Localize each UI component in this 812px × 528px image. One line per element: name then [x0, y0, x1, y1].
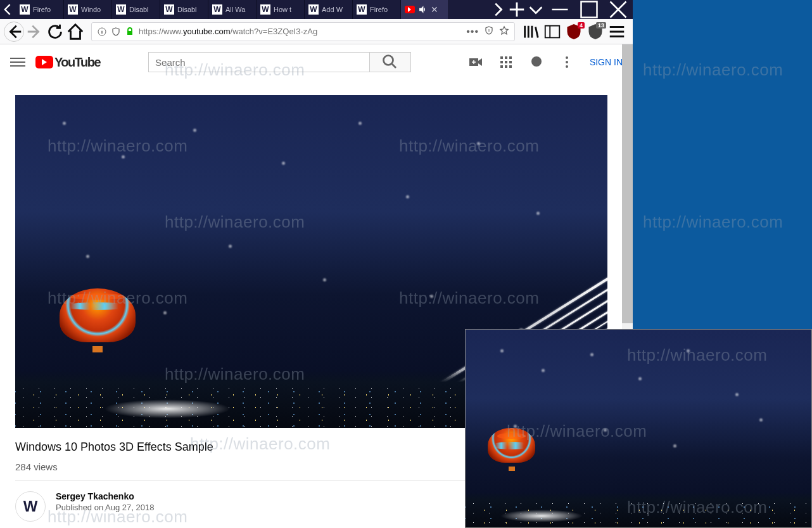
reader-icon[interactable]: [484, 25, 494, 38]
favicon-winaero: W: [116, 4, 126, 15]
tab-label: Firefo: [370, 6, 388, 13]
page-actions-icon[interactable]: •••: [466, 26, 479, 37]
badge: 13: [596, 22, 606, 29]
badge: 4: [578, 22, 585, 29]
svg-rect-3: [545, 25, 560, 37]
tab-label: Windo: [81, 6, 101, 13]
tracking-icon[interactable]: [111, 27, 121, 37]
app-menu-icon[interactable]: [607, 22, 626, 41]
favicon-winaero: W: [20, 4, 30, 15]
publish-date: Published on Aug 27, 2018: [56, 503, 154, 512]
svg-rect-10: [505, 61, 507, 63]
pip-cityscape: [466, 493, 811, 527]
tab-label: Firefo: [33, 6, 51, 13]
tab-6[interactable]: WHow t: [257, 0, 305, 19]
favicon-winaero: W: [212, 4, 222, 15]
nav-back[interactable]: [4, 22, 24, 42]
window-maximize[interactable]: [574, 0, 604, 19]
tab-2[interactable]: WWindo: [64, 0, 112, 19]
watermark: http://winaero.com: [643, 60, 783, 80]
search-input[interactable]: [148, 52, 370, 72]
channel-name[interactable]: Sergey Tkachenko: [56, 491, 154, 501]
tab-scroll-left[interactable]: [0, 0, 16, 19]
svg-rect-0: [581, 2, 597, 18]
tab-label: Disabl: [177, 6, 197, 13]
new-tab-button[interactable]: [507, 0, 526, 19]
channel-avatar[interactable]: W: [15, 491, 46, 522]
tab-8[interactable]: WFirefo: [353, 0, 401, 19]
tab-label: All Wa: [225, 6, 245, 13]
svg-rect-7: [505, 56, 507, 59]
svg-point-18: [566, 65, 568, 68]
nav-home[interactable]: [66, 22, 85, 41]
scrollbar-thumb[interactable]: [622, 44, 633, 323]
url-text: https://www.youtube.com/watch?v=E3ZQeI3-…: [139, 27, 462, 36]
sign-in-button[interactable]: SIGN IN: [590, 57, 623, 67]
search-button[interactable]: [370, 52, 411, 72]
messages-icon[interactable]: [529, 55, 544, 70]
pip-balloon: [488, 428, 535, 472]
tab-4[interactable]: WDisabl: [160, 0, 208, 19]
svg-rect-9: [500, 61, 503, 63]
svg-point-15: [531, 56, 542, 67]
youtube-menu-icon[interactable]: [10, 55, 25, 70]
tab-5[interactable]: WAll Wa: [208, 0, 257, 19]
svg-rect-6: [500, 56, 503, 59]
svg-rect-14: [509, 65, 512, 68]
tabs: WFirefo WWindo WDisabl WDisabl WAll Wa W…: [16, 0, 449, 19]
extension-umatrix-icon[interactable]: 13: [586, 22, 605, 41]
tabs-list-button[interactable]: [526, 0, 545, 19]
tab-close[interactable]: ✕: [430, 5, 439, 14]
apps-icon[interactable]: [498, 55, 514, 70]
svg-point-4: [384, 56, 393, 65]
youtube-search: [148, 52, 411, 72]
titlebar: WFirefo WWindo WDisabl WDisabl WAll Wa W…: [0, 0, 633, 19]
favicon-winaero: W: [260, 4, 270, 15]
tab-scroll-right[interactable]: [488, 0, 507, 19]
info-icon[interactable]: [97, 27, 107, 37]
url-bar[interactable]: https://www.youtube.com/watch?v=E3ZQeI3-…: [91, 22, 515, 41]
window-close[interactable]: [604, 0, 633, 19]
tab-7[interactable]: WAdd W: [305, 0, 353, 19]
watermark: http://winaero.com: [643, 212, 783, 232]
youtube-logo[interactable]: YouTube: [35, 55, 100, 70]
sidebar-icon[interactable]: [543, 22, 562, 41]
lock-icon[interactable]: [125, 27, 135, 37]
tab-active-youtube[interactable]: ✕: [401, 0, 449, 19]
settings-icon[interactable]: [559, 55, 574, 70]
favicon-winaero: W: [308, 4, 319, 15]
extension-ublock-icon[interactable]: 4: [564, 22, 583, 41]
video-content-balloon: [60, 288, 136, 355]
nav-reload[interactable]: [46, 22, 65, 41]
svg-point-16: [566, 56, 568, 59]
svg-rect-2: [127, 31, 132, 35]
favicon-winaero: W: [164, 4, 174, 15]
view-count: 284 views: [15, 461, 58, 472]
nav-forward: [25, 22, 44, 41]
favicon-winaero: W: [68, 4, 78, 15]
library-icon[interactable]: [521, 22, 540, 41]
svg-rect-11: [509, 61, 512, 63]
tab-label: Add W: [322, 6, 343, 13]
svg-rect-8: [509, 56, 512, 59]
youtube-header: YouTube SIGN IN: [0, 44, 633, 80]
svg-rect-13: [505, 65, 507, 68]
sound-icon[interactable]: [418, 5, 427, 14]
youtube-logo-icon: [35, 56, 53, 68]
svg-rect-12: [500, 65, 503, 68]
favicon-youtube: [405, 6, 415, 13]
picture-in-picture[interactable]: [465, 329, 812, 528]
youtube-logo-text: YouTube: [54, 55, 100, 70]
tab-label: How t: [274, 6, 291, 13]
svg-point-17: [566, 61, 568, 63]
navbar: https://www.youtube.com/watch?v=E3ZQeI3-…: [0, 19, 633, 44]
tab-3[interactable]: WDisabl: [112, 0, 160, 19]
tab-label: Disabl: [129, 6, 149, 13]
window-minimize[interactable]: [545, 0, 574, 19]
bookmark-icon[interactable]: [499, 25, 509, 38]
tab-1[interactable]: WFirefo: [16, 0, 64, 19]
create-video-icon[interactable]: [468, 55, 483, 70]
favicon-winaero: W: [357, 4, 367, 15]
